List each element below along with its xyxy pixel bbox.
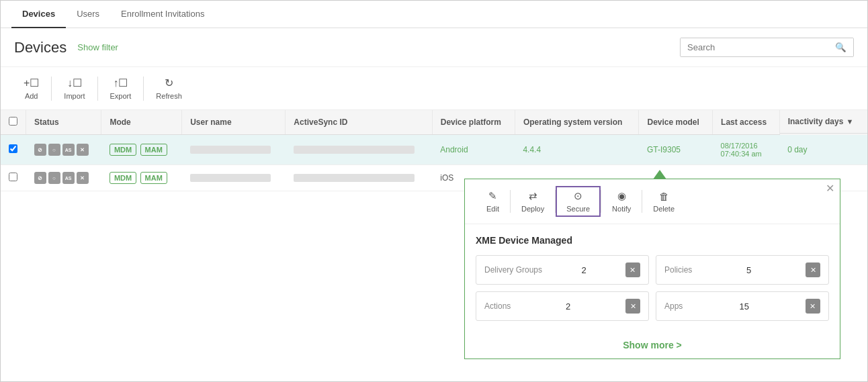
row-os-1: 4.4.4 [515,135,639,165]
th-activesync: ActiveSync ID [286,110,432,135]
popup-cards-grid: Delivery Groups 2 ✕ Policies 5 ✕ Actions… [476,255,829,321]
import-button[interactable]: ↓☐ Import [54,74,94,103]
add-icon: +☐ [24,77,39,89]
toolbar-sep-2 [97,77,98,101]
select-all-header[interactable] [1,110,26,135]
popup-card-policies: Policies 5 ✕ [656,255,829,285]
row-activesync-2 [286,165,432,191]
inactivity-dropdown-icon[interactable]: ▼ [846,117,853,126]
popup-notify-button[interactable]: ◉ Notify [601,187,642,216]
delivery-groups-icon[interactable]: ✕ [625,262,640,277]
add-button[interactable]: +☐ Add [14,74,48,103]
policies-icon[interactable]: ✕ [806,262,820,277]
status-icon-4: ✕ [77,144,89,156]
apps-icon[interactable]: ✕ [806,299,820,314]
th-status: Status [26,110,101,135]
popup-deploy-button[interactable]: ⇄ Deploy [511,187,555,216]
row-status-1: ⊘ ○ AS ✕ [26,135,101,165]
show-more-section: Show more > [465,332,840,359]
delete-label: Delete [653,205,675,213]
row-activesync-1 [286,135,432,165]
apps-count: 15 [739,301,748,312]
search-box: 🔍 [680,38,854,57]
delivery-groups-label: Delivery Groups [484,265,542,275]
edit-label: Edit [486,205,499,213]
delivery-groups-count: 2 [581,265,586,275]
row-username-1 [182,135,286,165]
apps-label: Apps [664,301,683,311]
tab-enrollment[interactable]: Enrollment Invitations [110,1,215,28]
page-title: Devices [14,39,67,56]
row-checkbox-cell-1[interactable] [1,135,26,165]
select-all-checkbox[interactable] [9,117,17,126]
popup-toolbar: ✎ Edit ⇄ Deploy ⊙ Secure ◉ Notify 🗑 Dele… [465,179,840,224]
add-label: Add [25,92,38,100]
row-checkbox-2[interactable] [9,173,17,181]
row-inactivity-1: 0 day [779,135,867,165]
popup-title: XME Device Managed [476,235,829,246]
row-model-1: GT-I9305 [639,135,713,165]
export-button[interactable]: ↑☐ Export [101,74,141,103]
actions-count: 2 [566,301,570,312]
refresh-button[interactable]: ↻ Refresh [146,74,191,103]
delete-icon: 🗑 [659,191,669,202]
status-icon-2: ○ [48,144,60,156]
tag-mdm-1: MDM [110,144,136,156]
row-checkbox-1[interactable] [9,144,17,153]
policies-label: Policies [664,265,692,275]
search-button[interactable]: 🔍 [828,38,853,56]
device-detail-popup: ✕ ✎ Edit ⇄ Deploy ⊙ Secure ◉ Notify [464,179,840,359]
popup-close-button[interactable]: ✕ [826,182,834,195]
row-checkbox-cell-2[interactable] [1,165,26,191]
search-input[interactable] [681,38,828,56]
tabs-bar: Devices Users Enrollment Invitations [1,1,867,28]
edit-icon: ✎ [488,190,497,202]
row-lastaccess-1: 08/17/2016 07:40:34 am [713,135,780,165]
show-filter-link[interactable]: Show filter [77,42,118,52]
status-icon-1: ⊘ [34,144,46,156]
actions-icon[interactable]: ✕ [625,299,640,314]
row-mode-1: MDM MAM [101,135,182,165]
toolbar: +☐ Add ↓☐ Import ↑☐ Export ↻ Refresh [1,67,867,110]
import-icon: ↓☐ [67,77,82,89]
row-mode-2: MDM MAM [101,165,182,191]
show-more-link[interactable]: Show more > [623,340,682,350]
refresh-icon: ↻ [165,77,173,89]
search-icon: 🔍 [835,42,847,52]
table-header-row: Status Mode User name ActiveSync ID Devi… [1,110,867,135]
table-row[interactable]: ⊘ ○ AS ✕ MDM MAM [1,135,867,165]
tag-mdm-2: MDM [110,172,136,184]
row-platform-1: Android [432,135,515,165]
notify-icon: ◉ [617,190,626,202]
th-lastaccess: Last access [713,110,780,135]
popup-delete-button[interactable]: 🗑 Delete [642,188,685,216]
popup-arrow [653,170,666,179]
tab-devices[interactable]: Devices [11,1,66,28]
popup-card-apps: Apps 15 ✕ [656,291,829,321]
tag-mam-2: MAM [140,172,167,184]
deploy-label: Deploy [521,205,544,213]
notify-label: Notify [612,205,631,213]
tab-users[interactable]: Users [66,1,110,28]
toolbar-sep-3 [143,77,144,101]
popup-content: XME Device Managed Delivery Groups 2 ✕ P… [465,224,840,332]
popup-secure-button[interactable]: ⊙ Secure [556,186,601,217]
th-os: Operating system version [515,110,639,135]
toolbar-sep-1 [51,77,52,101]
th-inactivity: Inactivity days ▼ [780,110,867,134]
export-label: Export [110,92,132,100]
status-icon-7: AS [62,172,75,184]
secure-icon: ⊙ [574,190,582,202]
refresh-label: Refresh [156,92,182,100]
th-username: User name [182,110,286,135]
row-username-2 [182,165,286,191]
status-icon-8: ✕ [77,172,89,184]
popup-card-delivery-groups: Delivery Groups 2 ✕ [476,255,649,285]
tag-mam-1: MAM [140,144,167,156]
th-model: Device model [639,110,713,135]
popup-edit-button[interactable]: ✎ Edit [476,187,510,216]
row-status-2: ⊘ ○ AS ✕ [26,165,101,191]
th-mode: Mode [101,110,182,135]
export-icon: ↑☐ [113,77,128,89]
status-icon-3: AS [62,144,75,156]
